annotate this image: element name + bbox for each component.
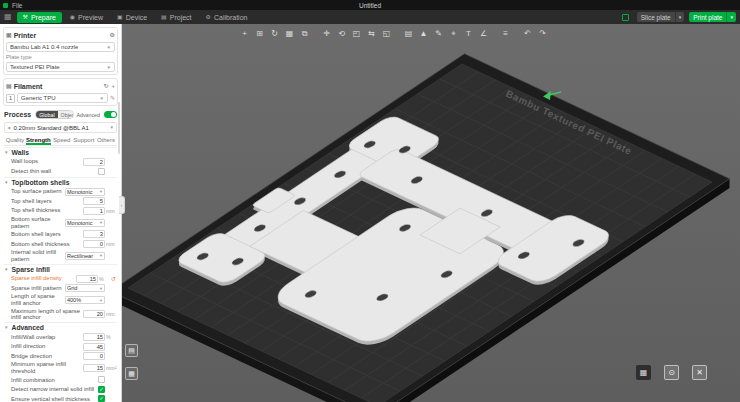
checkbox[interactable] <box>98 376 105 383</box>
sync-filament-icon[interactable]: ↻ <box>103 83 108 89</box>
dropdown[interactable]: Monotonic▼ <box>65 188 105 196</box>
dropdown[interactable]: Rectilinear▼ <box>65 252 105 260</box>
number-input[interactable]: 15 <box>83 333 105 341</box>
scene-canvas: Bambu Textured PEI Plate <box>122 24 740 402</box>
mirror-icon[interactable]: ⇆ <box>365 27 378 40</box>
process-tab-others[interactable]: Others <box>95 135 117 145</box>
redo-icon[interactable]: ↷ <box>536 27 549 40</box>
number-input[interactable]: 15 <box>83 364 105 372</box>
plate-type-select[interactable]: Textured PEI Plate ▼ <box>6 62 115 72</box>
setting-control <box>98 376 116 383</box>
number-input[interactable]: 1 <box>83 207 105 215</box>
slice-options-caret[interactable]: ▾ <box>675 12 685 22</box>
section-header-walls[interactable]: ▼Walls <box>4 147 117 157</box>
chevron-down-icon: ▼ <box>110 125 114 130</box>
dropdown[interactable]: Monotonic▼ <box>65 219 105 227</box>
section-header-top-bottom-shells[interactable]: ▼Top/bottom shells <box>4 177 117 187</box>
filament-select[interactable]: Generic TPU ▼ <box>17 93 108 103</box>
edit-filament-icon[interactable]: ✎ <box>110 95 115 101</box>
add-plate-icon[interactable]: ⊞ <box>253 27 266 40</box>
advanced-toggle[interactable] <box>104 111 117 118</box>
tab-prepare[interactable]: ⚒Prepare <box>17 12 62 23</box>
sidebar-scrollbar[interactable] <box>118 102 120 154</box>
setting-label: Bridge direction <box>11 353 83 360</box>
checkbox[interactable] <box>98 168 105 175</box>
printer-settings-icon[interactable]: ⚙ <box>110 32 115 38</box>
print-plate-button[interactable]: Print plate ▾ <box>689 12 736 22</box>
setting-control: ✓ <box>98 395 116 402</box>
setting-label: Bottom shell thickness <box>11 241 83 248</box>
checkbox[interactable]: ✓ <box>98 395 105 402</box>
revert-icon[interactable]: ↺ <box>111 275 116 282</box>
checkbox[interactable]: ✓ <box>98 386 105 393</box>
viewport-3d[interactable]: Bambu Textured PEI Plate <box>122 24 740 402</box>
variable-layer-height-icon[interactable]: ▤ <box>402 27 415 40</box>
number-input[interactable]: 0 <box>83 352 105 360</box>
process-scope-toggle: Global Objects <box>35 110 74 119</box>
plate-name-tag[interactable]: ▤ <box>125 344 138 357</box>
process-tab-quality[interactable]: Quality <box>4 135 26 145</box>
tab-label: Prepare <box>31 14 56 21</box>
measure-icon[interactable]: ∠ <box>477 27 490 40</box>
scale-icon[interactable]: ◰ <box>350 27 363 40</box>
scope-global-button[interactable]: Global <box>36 111 57 118</box>
delete-plate-button[interactable]: ✕ <box>692 365 707 380</box>
move-icon[interactable]: ✛ <box>320 27 333 40</box>
number-input[interactable]: 45 <box>83 343 105 351</box>
toolbar-separator <box>514 33 519 34</box>
rotate-icon[interactable]: ⟲ <box>335 27 348 40</box>
seam-painting-icon[interactable]: ⌖ <box>447 27 460 40</box>
filament-select-value: Generic TPU <box>21 95 56 101</box>
lock-plate-button[interactable]: ⊙ <box>664 365 679 380</box>
section-title: Top/bottom shells <box>11 179 69 186</box>
text-tool-icon[interactable]: T <box>462 27 475 40</box>
setting-row-sparse-infill-pattern: Sparse infill patternGrid▼ <box>4 283 117 293</box>
number-input[interactable]: 0 <box>83 240 105 248</box>
app-menu-icon[interactable]: ▦ <box>4 13 12 21</box>
dropdown[interactable]: 400%▼ <box>65 296 105 304</box>
sidebar-collapse-handle[interactable]: ‹ <box>119 196 125 214</box>
process-tab-strength[interactable]: Strength <box>26 135 51 145</box>
print-options-caret[interactable]: ▾ <box>726 12 736 22</box>
setting-row-bottom-shell-layers: Bottom shell layers3 <box>4 230 117 240</box>
setting-control: 400%▼ <box>65 296 116 304</box>
dropdown[interactable]: Grid▼ <box>65 284 105 292</box>
section-header-advanced[interactable]: ▼Advanced <box>4 322 117 332</box>
file-menu[interactable]: File <box>12 2 22 9</box>
undo-icon[interactable]: ↶ <box>521 27 534 40</box>
tab-calibration[interactable]: ⚙Calibration <box>200 12 254 23</box>
slice-plate-button[interactable]: Slice plate ▾ <box>637 12 685 22</box>
scope-objects-button[interactable]: Objects <box>58 111 75 118</box>
chevron-down-icon: ▼ <box>99 298 103 303</box>
arrange-icon[interactable]: ▦ <box>283 27 296 40</box>
number-input[interactable]: 15 <box>76 275 98 283</box>
tab-preview[interactable]: ◉Preview <box>64 12 109 23</box>
assembly-view-icon[interactable]: ≡ <box>499 27 512 40</box>
chevron-down-icon: ▼ <box>4 325 8 330</box>
tab-label: Calibration <box>214 14 247 21</box>
lay-on-face-icon[interactable]: ◱ <box>380 27 393 40</box>
number-input[interactable]: 3 <box>83 230 105 238</box>
process-tab-speed[interactable]: Speed <box>51 135 73 145</box>
process-preset-select[interactable]: ✦ 0.20mm Standard @BBL A1 ▼ <box>4 122 117 133</box>
tab-device[interactable]: ▣Device <box>111 12 153 23</box>
process-tab-support[interactable]: Support <box>73 135 95 145</box>
add-model-icon[interactable]: + <box>238 27 251 40</box>
filament-card-header: ▤ Filament ↻ + <box>6 81 115 91</box>
section-title: Walls <box>11 149 29 156</box>
filament-color-swatch[interactable]: 1 <box>6 94 15 103</box>
printer-select[interactable]: Bambu Lab A1 0.4 nozzle ▼ <box>6 42 115 52</box>
tab-project[interactable]: ▤Project <box>155 12 197 23</box>
split-objects-icon[interactable]: ⧉ <box>298 27 311 40</box>
plate-settings-button[interactable]: ▦ <box>636 365 651 380</box>
section-header-sparse-infill[interactable]: ▼Sparse infill <box>4 264 117 274</box>
support-painting-icon[interactable]: ▲ <box>417 27 430 40</box>
auto-orient-icon[interactable]: ↻ <box>268 27 281 40</box>
number-input[interactable]: 20 <box>83 310 105 318</box>
setting-row-detect-thin-wall: Detect thin wall <box>4 167 117 177</box>
add-filament-icon[interactable]: + <box>111 83 115 89</box>
plate-lock-tag[interactable]: ▦ <box>125 367 138 380</box>
number-input[interactable]: 2 <box>83 158 105 166</box>
color-painting-icon[interactable]: ✎ <box>432 27 445 40</box>
number-input[interactable]: 5 <box>83 197 105 205</box>
